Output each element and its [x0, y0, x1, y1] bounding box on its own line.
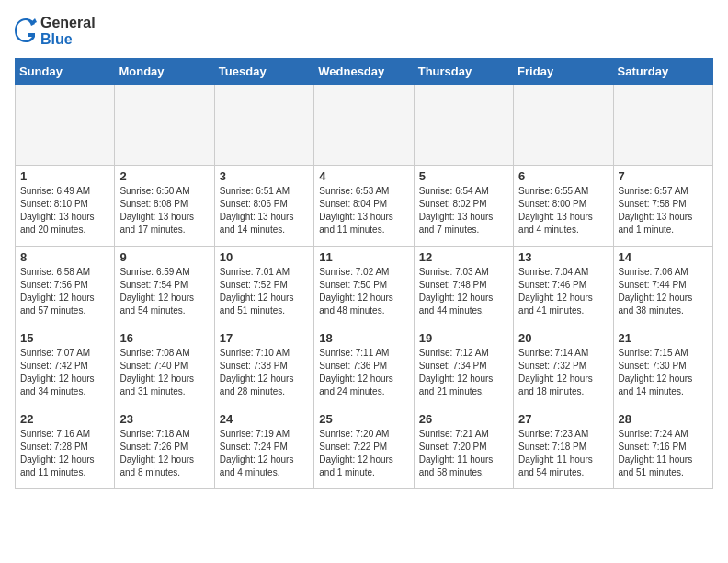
- day-number: 25: [319, 412, 408, 426]
- calendar-cell: 25Sunrise: 7:20 AMSunset: 7:22 PMDayligh…: [314, 408, 414, 489]
- calendar-cell: 13Sunrise: 7:04 AMSunset: 7:46 PMDayligh…: [514, 247, 613, 327]
- day-number: 22: [20, 412, 109, 426]
- calendar-cell: 19Sunrise: 7:12 AMSunset: 7:34 PMDayligh…: [414, 327, 513, 408]
- calendar-table: SundayMondayTuesdayWednesdayThursdayFrid…: [15, 58, 713, 489]
- calendar-cell: 5Sunrise: 6:54 AMSunset: 8:02 PMDaylight…: [414, 166, 513, 247]
- calendar-cell: 14Sunrise: 7:06 AMSunset: 7:44 PMDayligh…: [613, 247, 712, 327]
- day-number: 11: [319, 250, 408, 264]
- day-number: 1: [20, 169, 109, 183]
- day-number: 6: [518, 169, 608, 183]
- day-info: Sunrise: 7:24 AMSunset: 7:16 PMDaylight:…: [619, 428, 708, 479]
- logo-text: General Blue: [40, 15, 96, 47]
- day-info: Sunrise: 7:14 AMSunset: 7:32 PMDaylight:…: [518, 347, 608, 398]
- day-number: 5: [419, 169, 508, 183]
- day-number: 14: [619, 250, 708, 264]
- day-number: 26: [419, 412, 508, 426]
- calendar-cell: 20Sunrise: 7:14 AMSunset: 7:32 PMDayligh…: [514, 327, 613, 408]
- day-info: Sunrise: 7:23 AMSunset: 7:18 PMDaylight:…: [518, 428, 608, 479]
- day-number: 18: [319, 331, 408, 345]
- day-info: Sunrise: 7:04 AMSunset: 7:46 PMDaylight:…: [518, 266, 608, 317]
- day-info: Sunrise: 7:10 AMSunset: 7:38 PMDaylight:…: [220, 347, 309, 398]
- calendar-cell: 26Sunrise: 7:21 AMSunset: 7:20 PMDayligh…: [414, 408, 513, 489]
- day-info: Sunrise: 6:54 AMSunset: 8:02 PMDaylight:…: [419, 185, 508, 236]
- calendar-cell: [115, 85, 214, 166]
- calendar-cell: 17Sunrise: 7:10 AMSunset: 7:38 PMDayligh…: [214, 327, 313, 408]
- day-number: 20: [518, 331, 608, 345]
- logo: General Blue: [15, 15, 96, 47]
- calendar-cell: 3Sunrise: 6:51 AMSunset: 8:06 PMDaylight…: [214, 166, 313, 247]
- day-number: 13: [518, 250, 608, 264]
- calendar-row: [16, 85, 713, 166]
- calendar-cell: [514, 85, 613, 166]
- calendar-cell: 28Sunrise: 7:24 AMSunset: 7:16 PMDayligh…: [613, 408, 712, 489]
- day-number: 7: [619, 169, 708, 183]
- col-header-monday: Monday: [115, 59, 214, 85]
- col-header-sunday: Sunday: [16, 59, 115, 85]
- day-info: Sunrise: 7:02 AMSunset: 7:50 PMDaylight:…: [319, 266, 408, 317]
- day-info: Sunrise: 7:07 AMSunset: 7:42 PMDaylight:…: [20, 347, 109, 398]
- day-info: Sunrise: 6:49 AMSunset: 8:10 PMDaylight:…: [20, 185, 109, 236]
- calendar-cell: 23Sunrise: 7:18 AMSunset: 7:26 PMDayligh…: [115, 408, 214, 489]
- day-info: Sunrise: 6:55 AMSunset: 8:00 PMDaylight:…: [518, 185, 608, 236]
- day-number: 10: [220, 250, 309, 264]
- calendar-cell: 6Sunrise: 6:55 AMSunset: 8:00 PMDaylight…: [514, 166, 613, 247]
- day-info: Sunrise: 7:08 AMSunset: 7:40 PMDaylight:…: [119, 347, 209, 398]
- day-info: Sunrise: 6:59 AMSunset: 7:54 PMDaylight:…: [119, 266, 209, 317]
- page-header: General Blue: [15, 15, 713, 47]
- day-number: 2: [119, 169, 209, 183]
- calendar-cell: 11Sunrise: 7:02 AMSunset: 7:50 PMDayligh…: [314, 247, 414, 327]
- day-info: Sunrise: 7:15 AMSunset: 7:30 PMDaylight:…: [619, 347, 708, 398]
- day-info: Sunrise: 7:01 AMSunset: 7:52 PMDaylight:…: [220, 266, 309, 317]
- calendar-cell: [414, 85, 513, 166]
- day-info: Sunrise: 7:20 AMSunset: 7:22 PMDaylight:…: [319, 428, 408, 479]
- calendar-cell: 12Sunrise: 7:03 AMSunset: 7:48 PMDayligh…: [414, 247, 513, 327]
- logo-icon: [15, 18, 37, 44]
- day-number: 23: [119, 412, 209, 426]
- day-info: Sunrise: 7:11 AMSunset: 7:36 PMDaylight:…: [319, 347, 408, 398]
- calendar-cell: 10Sunrise: 7:01 AMSunset: 7:52 PMDayligh…: [214, 247, 313, 327]
- day-info: Sunrise: 7:16 AMSunset: 7:28 PMDaylight:…: [20, 428, 109, 479]
- col-header-friday: Friday: [514, 59, 613, 85]
- calendar-cell: 8Sunrise: 6:58 AMSunset: 7:56 PMDaylight…: [16, 247, 115, 327]
- col-header-tuesday: Tuesday: [214, 59, 313, 85]
- day-number: 8: [20, 250, 109, 264]
- day-number: 21: [619, 331, 708, 345]
- header-row: SundayMondayTuesdayWednesdayThursdayFrid…: [16, 59, 713, 85]
- day-number: 12: [419, 250, 508, 264]
- calendar-row: 1Sunrise: 6:49 AMSunset: 8:10 PMDaylight…: [16, 166, 713, 247]
- col-header-thursday: Thursday: [414, 59, 513, 85]
- day-info: Sunrise: 6:53 AMSunset: 8:04 PMDaylight:…: [319, 185, 408, 236]
- day-info: Sunrise: 6:57 AMSunset: 7:58 PMDaylight:…: [619, 185, 708, 236]
- day-info: Sunrise: 7:21 AMSunset: 7:20 PMDaylight:…: [419, 428, 508, 479]
- calendar-cell: [16, 85, 115, 166]
- calendar-cell: 1Sunrise: 6:49 AMSunset: 8:10 PMDaylight…: [16, 166, 115, 247]
- day-number: 17: [220, 331, 309, 345]
- calendar-row: 22Sunrise: 7:16 AMSunset: 7:28 PMDayligh…: [16, 408, 713, 489]
- calendar-cell: 16Sunrise: 7:08 AMSunset: 7:40 PMDayligh…: [115, 327, 214, 408]
- day-number: 15: [20, 331, 109, 345]
- day-number: 24: [220, 412, 309, 426]
- day-info: Sunrise: 6:50 AMSunset: 8:08 PMDaylight:…: [119, 185, 209, 236]
- calendar-cell: 2Sunrise: 6:50 AMSunset: 8:08 PMDaylight…: [115, 166, 214, 247]
- day-info: Sunrise: 7:03 AMSunset: 7:48 PMDaylight:…: [419, 266, 508, 317]
- calendar-cell: 27Sunrise: 7:23 AMSunset: 7:18 PMDayligh…: [514, 408, 613, 489]
- calendar-cell: 7Sunrise: 6:57 AMSunset: 7:58 PMDaylight…: [613, 166, 712, 247]
- calendar-cell: 18Sunrise: 7:11 AMSunset: 7:36 PMDayligh…: [314, 327, 414, 408]
- calendar-row: 8Sunrise: 6:58 AMSunset: 7:56 PMDaylight…: [16, 247, 713, 327]
- calendar-cell: 22Sunrise: 7:16 AMSunset: 7:28 PMDayligh…: [16, 408, 115, 489]
- calendar-row: 15Sunrise: 7:07 AMSunset: 7:42 PMDayligh…: [16, 327, 713, 408]
- day-number: 27: [518, 412, 608, 426]
- calendar-cell: [613, 85, 712, 166]
- day-info: Sunrise: 6:51 AMSunset: 8:06 PMDaylight:…: [220, 185, 309, 236]
- calendar-cell: [214, 85, 313, 166]
- day-info: Sunrise: 6:58 AMSunset: 7:56 PMDaylight:…: [20, 266, 109, 317]
- day-number: 28: [619, 412, 708, 426]
- day-number: 4: [319, 169, 408, 183]
- col-header-saturday: Saturday: [613, 59, 712, 85]
- calendar-cell: 4Sunrise: 6:53 AMSunset: 8:04 PMDaylight…: [314, 166, 414, 247]
- col-header-wednesday: Wednesday: [314, 59, 414, 85]
- day-number: 19: [419, 331, 508, 345]
- calendar-cell: 9Sunrise: 6:59 AMSunset: 7:54 PMDaylight…: [115, 247, 214, 327]
- calendar-cell: 24Sunrise: 7:19 AMSunset: 7:24 PMDayligh…: [214, 408, 313, 489]
- day-number: 3: [220, 169, 309, 183]
